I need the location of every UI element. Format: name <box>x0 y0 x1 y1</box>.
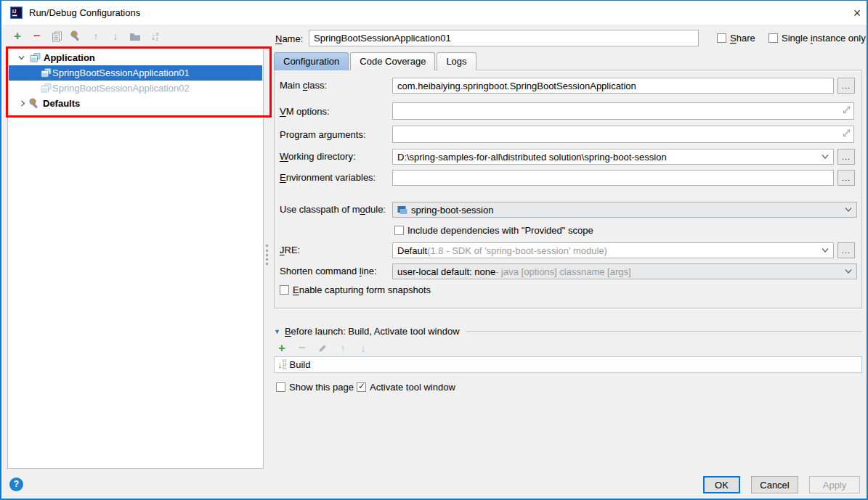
main-class-input[interactable] <box>392 78 834 94</box>
shorten-hint: - java [options] classname [args] <box>495 266 630 277</box>
chevron-down-icon[interactable] <box>845 207 852 213</box>
tree-group-defaults[interactable]: Defaults <box>9 96 262 111</box>
working-directory-combo[interactable]: D:\spring-samples-for-all\distributed so… <box>392 149 834 165</box>
apply-button[interactable]: Apply <box>809 476 860 493</box>
tree-item-label[interactable]: Application <box>44 52 95 63</box>
main-class-browse-button[interactable]: ... <box>837 78 855 94</box>
cancel-button[interactable]: Cancel <box>751 476 798 493</box>
configuration-tab-panel: Main class: ... VM options: Program argu… <box>274 70 862 308</box>
share-label: Share <box>730 33 755 44</box>
include-provided-checkbox-box[interactable] <box>394 226 404 235</box>
remove-icon[interactable]: − <box>296 343 308 354</box>
include-provided-label: Include dependencies with "Provided" sco… <box>407 225 593 236</box>
run-debug-configurations-dialog: IJ Run/Debug Configurations × + − ↑ ↓ ↓a… <box>0 0 868 500</box>
move-up-icon[interactable]: ↑ <box>337 343 349 354</box>
section-rule <box>466 331 862 332</box>
environment-variables-input[interactable] <box>392 170 834 186</box>
tree-group-application[interactable]: Application <box>9 50 262 65</box>
use-classpath-value: spring-boot-session <box>411 205 493 216</box>
tree-item-label[interactable]: Defaults <box>43 98 80 109</box>
panel-splitter-handle[interactable] <box>266 245 268 265</box>
wrench-icon <box>29 98 41 110</box>
svg-text:IJ: IJ <box>12 9 17 14</box>
vm-options-input[interactable] <box>392 102 854 120</box>
jre-value: Default <box>397 245 427 256</box>
remove-icon[interactable]: − <box>31 30 43 42</box>
close-icon[interactable]: × <box>848 4 866 22</box>
move-up-icon[interactable]: ↑ <box>90 30 102 42</box>
ok-button[interactable]: OK <box>703 476 740 493</box>
configurations-toolbar: + − ↑ ↓ ↓az <box>12 30 161 42</box>
title-bar: IJ Run/Debug Configurations × <box>1 1 867 25</box>
expand-field-icon[interactable] <box>843 129 851 137</box>
check-mark-icon: ✓ <box>358 381 365 391</box>
enable-snapshots-checkbox[interactable]: Enable capturing form snapshots <box>280 284 431 295</box>
single-instance-checkbox-box[interactable] <box>768 33 778 43</box>
environment-variables-label: Environment variables: <box>280 172 376 183</box>
program-arguments-input[interactable] <box>392 126 854 143</box>
application-icon <box>30 52 41 63</box>
expand-field-icon[interactable] <box>843 106 851 114</box>
copy-icon[interactable] <box>51 30 62 42</box>
include-provided-checkbox[interactable]: Include dependencies with "Provided" sco… <box>394 224 593 236</box>
tree-item-label[interactable]: SpringBootSessionApplication01 <box>52 67 190 78</box>
jre-browse-button[interactable]: ... <box>837 242 855 258</box>
configurations-tree: Application SpringBootSessionApplication… <box>7 47 264 469</box>
name-label: Name: <box>275 33 303 44</box>
enable-snapshots-checkbox-box[interactable] <box>280 285 289 295</box>
chevron-down-icon[interactable] <box>822 247 829 253</box>
move-down-icon[interactable]: ↓ <box>110 30 121 42</box>
chevron-down-icon[interactable] <box>845 269 852 274</box>
move-down-icon[interactable]: ↓ <box>357 343 369 354</box>
window-title: Run/Debug Configurations <box>29 7 140 18</box>
before-launch-header[interactable]: ▼ Before launch: Build, Activate tool wi… <box>274 326 862 337</box>
add-icon[interactable]: + <box>12 30 23 42</box>
edit-pencil-icon[interactable] <box>317 343 328 354</box>
show-this-page-checkbox[interactable]: Show this page <box>276 381 354 393</box>
use-classpath-combo[interactable]: spring-boot-session <box>392 202 857 218</box>
share-checkbox-box[interactable] <box>717 33 726 43</box>
tab-configuration[interactable]: Configuration <box>274 52 349 70</box>
chevron-down-icon[interactable] <box>18 54 25 61</box>
build-task-label[interactable]: Build <box>290 359 311 370</box>
tree-item-label[interactable]: SpringBootSessionApplication02 <box>52 83 190 94</box>
sort-alphabetically-icon[interactable]: ↓az <box>149 30 161 42</box>
intellij-idea-logo-icon: IJ <box>10 7 23 19</box>
environment-variables-browse-button[interactable]: ... <box>837 170 855 186</box>
tab-logs[interactable]: Logs <box>437 52 476 70</box>
show-this-page-checkbox-box[interactable] <box>276 382 285 392</box>
single-instance-checkbox[interactable]: Single instance only <box>768 32 866 44</box>
folder-icon[interactable] <box>129 30 141 42</box>
jre-combo[interactable]: Default (1.8 - SDK of 'spring-boot-sessi… <box>392 242 834 258</box>
before-launch-title: Before launch: Build, Activate tool wind… <box>285 326 460 337</box>
shorten-command-line-combo[interactable]: user-local default: none - java [options… <box>392 263 857 279</box>
add-icon[interactable]: + <box>276 343 288 354</box>
activate-tool-window-checkbox-box[interactable]: ✓ <box>357 382 366 392</box>
application-icon <box>41 83 52 94</box>
chevron-down-icon[interactable] <box>822 154 829 160</box>
program-arguments-label: Program arguments: <box>280 129 366 140</box>
jre-hint: (1.8 - SDK of 'spring-boot-session' modu… <box>427 245 607 256</box>
before-launch-toolbar: + − ↑ ↓ <box>276 343 369 354</box>
application-icon <box>41 67 52 78</box>
shorten-command-line-label: Shorten command line: <box>280 266 377 276</box>
activate-tool-window-checkbox[interactable]: ✓ Activate tool window <box>357 381 455 393</box>
single-instance-label: Single instance only <box>782 33 866 44</box>
tab-code-coverage[interactable]: Code Coverage <box>350 52 435 70</box>
shorten-value: user-local default: none <box>397 266 495 277</box>
collapse-triangle-icon[interactable]: ▼ <box>274 328 280 335</box>
working-directory-value: D:\spring-samples-for-all\distributed so… <box>397 152 667 163</box>
edit-defaults-wrench-icon[interactable] <box>70 30 82 42</box>
tree-item-springbootsessionapplication01[interactable]: SpringBootSessionApplication01 <box>9 65 262 81</box>
name-input[interactable] <box>309 30 699 46</box>
activate-tool-window-label: Activate tool window <box>370 382 455 393</box>
enable-snapshots-label: Enable capturing form snapshots <box>293 284 431 295</box>
share-checkbox[interactable]: Share <box>717 32 755 44</box>
tree-item-springbootsessionapplication02[interactable]: SpringBootSessionApplication02 <box>9 81 262 96</box>
use-classpath-label: Use classpath of module: <box>280 204 386 215</box>
working-directory-browse-button[interactable]: ... <box>837 149 855 165</box>
chevron-right-icon[interactable] <box>20 100 26 107</box>
module-icon <box>397 205 407 215</box>
main-class-label: Main class: <box>280 80 327 91</box>
help-icon[interactable]: ? <box>9 478 23 491</box>
